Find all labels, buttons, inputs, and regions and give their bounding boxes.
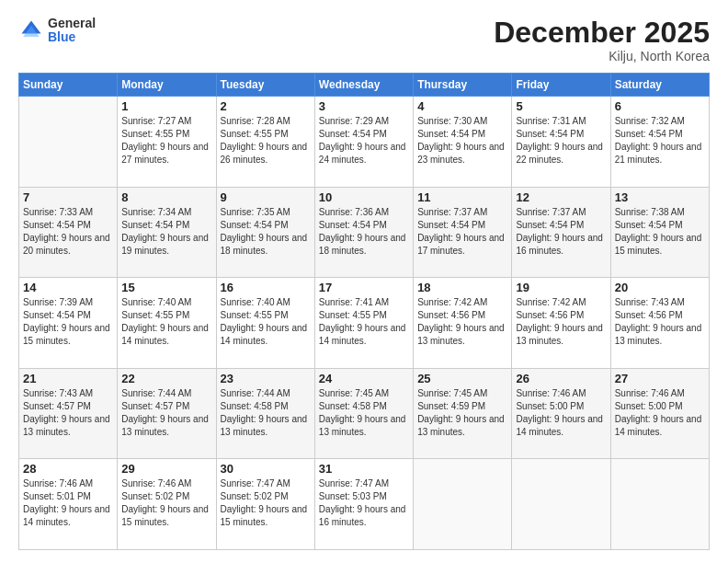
calendar-cell: 5Sunrise: 7:31 AMSunset: 4:54 PMDaylight… xyxy=(512,97,610,188)
sunrise-text: Sunrise: 7:43 AM xyxy=(615,296,705,309)
calendar-header-thursday: Thursday xyxy=(414,74,512,97)
sunset-text: Sunset: 4:58 PM xyxy=(319,400,409,413)
daylight-text: Daylight: 9 hours and 14 minutes. xyxy=(221,322,311,348)
calendar-cell xyxy=(610,459,709,550)
sunrise-text: Sunrise: 7:32 AM xyxy=(615,115,705,128)
sunset-text: Sunset: 4:54 PM xyxy=(417,128,507,141)
day-info: Sunrise: 7:47 AMSunset: 5:02 PMDaylight:… xyxy=(221,477,311,529)
sunrise-text: Sunrise: 7:44 AM xyxy=(121,387,211,400)
sunset-text: Sunset: 4:54 PM xyxy=(516,219,606,232)
calendar-cell: 27Sunrise: 7:46 AMSunset: 5:00 PMDayligh… xyxy=(610,368,709,459)
sunset-text: Sunset: 4:59 PM xyxy=(417,400,507,413)
daylight-text: Daylight: 9 hours and 15 minutes. xyxy=(121,503,211,529)
day-number: 2 xyxy=(221,99,311,113)
daylight-text: Daylight: 9 hours and 26 minutes. xyxy=(221,141,311,167)
daylight-text: Daylight: 9 hours and 24 minutes. xyxy=(319,141,409,167)
daylight-text: Daylight: 9 hours and 23 minutes. xyxy=(417,141,507,167)
daylight-text: Daylight: 9 hours and 13 minutes. xyxy=(121,413,211,439)
day-info: Sunrise: 7:35 AMSunset: 4:54 PMDaylight:… xyxy=(221,206,311,258)
day-number: 6 xyxy=(615,99,705,113)
calendar-cell: 21Sunrise: 7:43 AMSunset: 4:57 PMDayligh… xyxy=(19,368,118,459)
calendar-cell: 12Sunrise: 7:37 AMSunset: 4:54 PMDayligh… xyxy=(512,187,610,278)
sunrise-text: Sunrise: 7:46 AM xyxy=(121,477,211,490)
sunset-text: Sunset: 4:54 PM xyxy=(319,219,409,232)
day-info: Sunrise: 7:32 AMSunset: 4:54 PMDaylight:… xyxy=(615,115,705,167)
sunset-text: Sunset: 5:02 PM xyxy=(221,490,311,503)
day-number: 3 xyxy=(319,99,409,113)
day-number: 18 xyxy=(417,281,507,294)
calendar-header-sunday: Sunday xyxy=(19,74,118,97)
day-number: 9 xyxy=(221,190,311,204)
calendar-header-row: SundayMondayTuesdayWednesdayThursdayFrid… xyxy=(19,74,710,97)
daylight-text: Daylight: 9 hours and 18 minutes. xyxy=(319,232,409,258)
sunset-text: Sunset: 5:00 PM xyxy=(615,400,705,413)
daylight-text: Daylight: 9 hours and 13 minutes. xyxy=(23,413,113,439)
sunset-text: Sunset: 4:55 PM xyxy=(221,309,311,322)
day-number: 1 xyxy=(121,99,211,113)
calendar-cell: 25Sunrise: 7:45 AMSunset: 4:59 PMDayligh… xyxy=(414,368,512,459)
calendar-cell: 9Sunrise: 7:35 AMSunset: 4:54 PMDaylight… xyxy=(216,187,314,278)
daylight-text: Daylight: 9 hours and 17 minutes. xyxy=(417,232,507,258)
calendar-cell: 3Sunrise: 7:29 AMSunset: 4:54 PMDaylight… xyxy=(314,97,413,188)
day-info: Sunrise: 7:30 AMSunset: 4:54 PMDaylight:… xyxy=(417,115,507,167)
day-number: 22 xyxy=(121,372,211,385)
sunrise-text: Sunrise: 7:46 AM xyxy=(516,387,606,400)
sunset-text: Sunset: 4:54 PM xyxy=(121,219,211,232)
daylight-text: Daylight: 9 hours and 20 minutes. xyxy=(23,232,113,258)
calendar-cell: 28Sunrise: 7:46 AMSunset: 5:01 PMDayligh… xyxy=(19,459,118,550)
sunrise-text: Sunrise: 7:44 AM xyxy=(221,387,311,400)
day-info: Sunrise: 7:36 AMSunset: 4:54 PMDaylight:… xyxy=(319,206,409,258)
calendar-cell: 30Sunrise: 7:47 AMSunset: 5:02 PMDayligh… xyxy=(216,459,314,550)
calendar-week-row: 1Sunrise: 7:27 AMSunset: 4:55 PMDaylight… xyxy=(19,97,710,188)
day-number: 31 xyxy=(319,462,409,476)
month-title: December 2025 xyxy=(494,17,710,49)
calendar-cell: 10Sunrise: 7:36 AMSunset: 4:54 PMDayligh… xyxy=(314,187,413,278)
sunrise-text: Sunrise: 7:40 AM xyxy=(121,296,211,309)
daylight-text: Daylight: 9 hours and 19 minutes. xyxy=(121,232,211,258)
sunset-text: Sunset: 4:54 PM xyxy=(615,128,705,141)
calendar-header-saturday: Saturday xyxy=(610,74,709,97)
day-info: Sunrise: 7:40 AMSunset: 4:55 PMDaylight:… xyxy=(121,296,211,348)
day-number: 30 xyxy=(221,462,311,476)
sunset-text: Sunset: 4:57 PM xyxy=(23,400,113,413)
day-info: Sunrise: 7:44 AMSunset: 4:57 PMDaylight:… xyxy=(121,387,211,439)
day-info: Sunrise: 7:38 AMSunset: 4:54 PMDaylight:… xyxy=(615,206,705,258)
sunrise-text: Sunrise: 7:40 AM xyxy=(221,296,311,309)
location: Kilju, North Korea xyxy=(494,49,710,63)
calendar-cell: 20Sunrise: 7:43 AMSunset: 4:56 PMDayligh… xyxy=(610,278,709,369)
daylight-text: Daylight: 9 hours and 13 minutes. xyxy=(417,322,507,348)
sunset-text: Sunset: 4:55 PM xyxy=(121,128,211,141)
sunrise-text: Sunrise: 7:41 AM xyxy=(319,296,409,309)
daylight-text: Daylight: 9 hours and 21 minutes. xyxy=(615,141,705,167)
day-info: Sunrise: 7:43 AMSunset: 4:57 PMDaylight:… xyxy=(23,387,113,439)
sunset-text: Sunset: 4:56 PM xyxy=(417,309,507,322)
calendar-cell xyxy=(414,459,512,550)
day-info: Sunrise: 7:46 AMSunset: 5:01 PMDaylight:… xyxy=(23,477,113,529)
sunrise-text: Sunrise: 7:46 AM xyxy=(23,477,113,490)
calendar-cell: 19Sunrise: 7:42 AMSunset: 4:56 PMDayligh… xyxy=(512,278,610,369)
calendar-cell xyxy=(19,97,118,188)
logo: General Blue xyxy=(18,17,96,45)
sunset-text: Sunset: 4:56 PM xyxy=(615,309,705,322)
calendar-cell: 4Sunrise: 7:30 AMSunset: 4:54 PMDaylight… xyxy=(414,97,512,188)
daylight-text: Daylight: 9 hours and 13 minutes. xyxy=(516,322,606,348)
sunrise-text: Sunrise: 7:35 AM xyxy=(221,206,311,219)
day-info: Sunrise: 7:41 AMSunset: 4:55 PMDaylight:… xyxy=(319,296,409,348)
day-number: 5 xyxy=(516,99,606,113)
sunrise-text: Sunrise: 7:38 AM xyxy=(615,206,705,219)
day-number: 12 xyxy=(516,190,606,204)
day-info: Sunrise: 7:39 AMSunset: 4:54 PMDaylight:… xyxy=(23,296,113,348)
day-info: Sunrise: 7:45 AMSunset: 4:59 PMDaylight:… xyxy=(417,387,507,439)
daylight-text: Daylight: 9 hours and 14 minutes. xyxy=(121,322,211,348)
calendar-week-row: 21Sunrise: 7:43 AMSunset: 4:57 PMDayligh… xyxy=(19,368,710,459)
day-info: Sunrise: 7:42 AMSunset: 4:56 PMDaylight:… xyxy=(417,296,507,348)
day-info: Sunrise: 7:46 AMSunset: 5:02 PMDaylight:… xyxy=(121,477,211,529)
day-info: Sunrise: 7:45 AMSunset: 4:58 PMDaylight:… xyxy=(319,387,409,439)
calendar-cell xyxy=(512,459,610,550)
day-info: Sunrise: 7:33 AMSunset: 4:54 PMDaylight:… xyxy=(23,206,113,258)
sunset-text: Sunset: 4:56 PM xyxy=(516,309,606,322)
day-number: 4 xyxy=(417,99,507,113)
sunset-text: Sunset: 4:54 PM xyxy=(23,309,113,322)
daylight-text: Daylight: 9 hours and 16 minutes. xyxy=(516,232,606,258)
day-info: Sunrise: 7:43 AMSunset: 4:56 PMDaylight:… xyxy=(615,296,705,348)
